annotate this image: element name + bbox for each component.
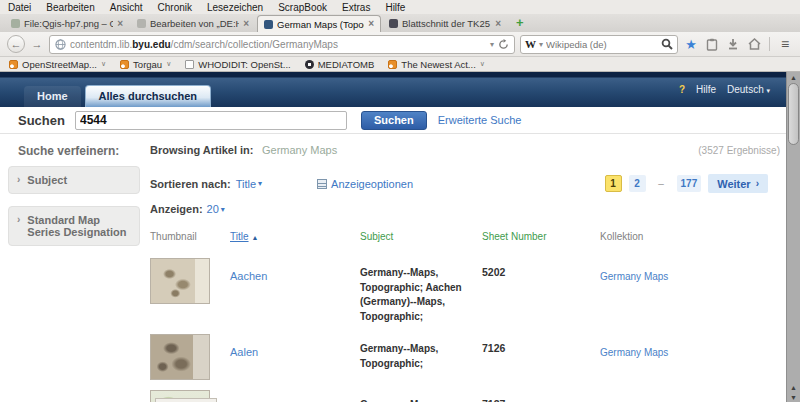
col-header-subject: Subject [360,231,482,258]
sort-by-title-link[interactable]: Title [230,231,249,242]
page-1-current[interactable]: 1 [605,175,622,192]
reload-icon[interactable] [498,39,509,50]
url-dropdown-icon[interactable]: ▾ [490,40,494,49]
search-button[interactable]: Suchen [361,111,427,130]
bookmark-label: MEDIATOMB [318,59,375,70]
sort-field-dropdown[interactable]: Title [236,178,256,190]
page-2-link[interactable]: 2 [629,175,646,192]
display-options[interactable]: Anzeigeoptionen [317,178,413,190]
scroll-up-icon[interactable]: ▲ [787,382,800,392]
tab-favicon [137,19,146,28]
scroll-up-icon[interactable]: ▲ [787,72,800,82]
back-icon[interactable]: ← [7,35,25,53]
browser-tab-active[interactable]: German Maps (Topogr... × [257,15,381,32]
tab-close-icon[interactable]: × [243,19,249,29]
collection-link[interactable]: Germany Maps [600,347,668,358]
scrollbar-thumb[interactable] [788,83,799,145]
results-main: Browsing Artikel in: Germany Maps (3527 … [150,134,780,402]
bookmark-label: WHODIDIT: OpenSt... [198,59,290,70]
browsing-collection: Germany Maps [262,144,337,156]
downloads-icon[interactable] [725,36,741,52]
table-row-thumbnail[interactable] [150,258,230,334]
table-row-thumbnail[interactable] [150,334,230,390]
tab-home[interactable]: Home [24,86,81,107]
site-header: Home Alles durchsuchen ? Hilfe Deutsch ▾ [0,72,800,107]
help-question-icon[interactable]: ? [679,84,685,95]
home-icon[interactable] [746,36,762,52]
scrollbar-bottom-arrows: ▲ ▼ [787,382,800,402]
url-text: contentdm.lib.byu.edu/cdm/search/collect… [70,39,338,50]
browser-tab-2[interactable]: Bearbeiten von „DE:Hi... × [131,15,255,32]
menu-hilfe[interactable]: Hilfe [385,2,405,13]
bookmark-openstreetmap[interactable]: OpenStreetMap... ∨ [9,59,106,70]
forward-icon[interactable]: → [30,35,44,53]
browser-navbar: ← → contentdm.lib.byu.edu/cdm/search/col… [0,32,800,57]
display-options-link[interactable]: Anzeigeoptionen [331,178,413,190]
page-viewport: Home Alles durchsuchen ? Hilfe Deutsch ▾… [0,72,800,402]
chevron-down-icon: ∨ [480,60,485,68]
rss-icon [9,60,18,69]
table-row-title: Aachen [230,258,360,334]
tab-close-icon[interactable]: × [117,19,123,29]
browsing-label: Browsing Artikel in: [150,144,254,156]
table-row-collection: Germany Maps [600,258,780,334]
results-table: Thumbnail Title▲ Subject Sheet Number Ko… [150,231,780,402]
per-page-dropdown[interactable]: 20 [207,203,219,215]
tab-browse-all[interactable]: Alles durchsuchen [85,85,211,107]
tab-title: German Maps (Topogr... [277,19,364,30]
menu-bearbeiten[interactable]: Bearbeiten [46,2,94,13]
advanced-search-link[interactable]: Erweiterte Suche [438,114,522,126]
result-title-link[interactable]: Aachen [230,270,267,282]
result-title-link[interactable]: Aalen [230,346,258,358]
browser-tab-4[interactable]: Blattschnitt der TK25 -... × [383,15,507,32]
url-bar[interactable]: contentdm.lib.byu.edu/cdm/search/collect… [49,35,515,54]
show-label: Anzeigen: [150,203,203,215]
new-tab-button[interactable]: + [509,15,531,32]
language-selector[interactable]: Deutsch ▾ [727,84,770,95]
bookmark-whodidit[interactable]: WHODIDIT: OpenSt... [185,59,290,70]
browser-tab-1[interactable]: File:Qgis-hp7.png – Op... × [5,15,129,32]
scroll-down-icon[interactable]: ▼ [787,392,800,402]
clipboard-icon[interactable] [704,36,720,52]
facet-map-series[interactable]: › Standard Map Series Designation [8,206,140,246]
facet-subject[interactable]: › Subject [8,166,140,194]
help-link[interactable]: Hilfe [696,84,716,95]
col-header-sheet-number: Sheet Number [482,231,600,258]
menu-lesezeichen[interactable]: Lesezeichen [207,2,263,13]
menu-hamburger-icon[interactable]: ≡ [777,36,793,52]
menu-datei[interactable]: Datei [8,2,31,13]
next-page-button[interactable]: Weiter› [708,174,768,193]
thumbnail-image[interactable] [150,258,210,304]
search-engine-dropdown-icon[interactable]: ▾ [539,40,543,49]
page-icon [185,60,194,69]
display-options-icon [317,179,327,189]
col-header-title: Title▲ [230,231,360,258]
menu-chronik[interactable]: Chronik [158,2,192,13]
site-search-bar: Suchen Suchen Erweiterte Suche [0,107,800,134]
thumbnail-image[interactable] [150,334,210,380]
magnifier-icon[interactable] [661,38,673,50]
browser-search-box[interactable]: W ▾ [520,35,678,54]
menu-extras[interactable]: Extras [342,2,370,13]
tab-close-icon[interactable]: × [368,19,374,29]
page-scrollbar[interactable]: ▲ ▲ ▼ [786,72,800,402]
collection-link[interactable]: Germany Maps [600,271,668,282]
bookmark-newest-act[interactable]: The Newest Act... ∨ [388,59,485,70]
chevron-down-icon: ▾ [766,87,770,94]
header-utility-links: ? Hilfe Deutsch ▾ [679,84,770,95]
menu-ansicht[interactable]: Ansicht [110,2,143,13]
pagination: 1 2 – 177 Weiter› [605,174,768,193]
wikipedia-logo-icon: W [525,38,536,50]
browsing-text: Browsing Artikel in: Germany Maps [150,140,337,158]
rss-icon [388,60,397,69]
browser-search-input[interactable] [546,39,658,50]
globe-icon [55,39,66,50]
page-last-link[interactable]: 177 [677,175,702,192]
tab-close-icon[interactable]: × [495,19,501,29]
menu-scrapbook[interactable]: ScrapBook [278,2,327,13]
site-nav-tabs: Home Alles durchsuchen [24,85,211,107]
search-input[interactable] [75,111,347,130]
bookmark-mediatomb[interactable]: MEDIATOMB [305,59,375,70]
bookmark-torgau[interactable]: Torgau ∨ [120,59,171,70]
bookmark-star-icon[interactable]: ★ [683,36,699,52]
